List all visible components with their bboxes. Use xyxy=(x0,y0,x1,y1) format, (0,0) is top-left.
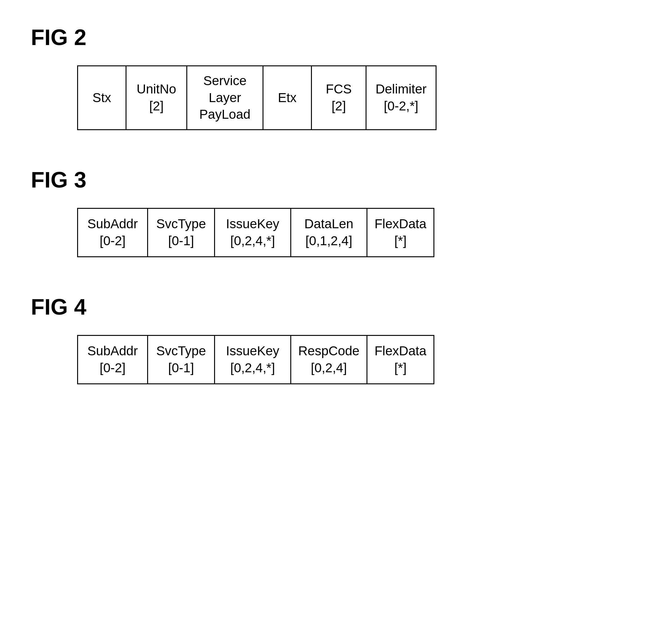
cell-delimiter: Delimiter [0-2,*] xyxy=(365,66,437,130)
cell-fig4-issuekey: IssueKey [0,2,4,*] xyxy=(214,335,291,384)
cell-fig4-flexdata: FlexData [*] xyxy=(366,335,434,384)
figure-2-diagram: Stx UnitNo [2] ServiceLayerPayLoad Etx F… xyxy=(77,66,615,130)
cell-fig3-svctype-line2: [0-1] xyxy=(168,233,194,249)
cell-fig3-issuekey: IssueKey [0,2,4,*] xyxy=(214,208,291,257)
cell-unitno-line1: UnitNo xyxy=(137,81,176,98)
figure-4-title: FIG 4 xyxy=(31,294,615,320)
cell-fig3-datalen-line2: [0,1,2,4] xyxy=(305,233,352,249)
cell-fig4-issuekey-line1: IssueKey xyxy=(226,343,280,360)
cell-fig3-issuekey-line2: [0,2,4,*] xyxy=(230,233,275,249)
cell-fig4-flexdata-line1: FlexData xyxy=(374,343,426,360)
cell-fig3-subaddr-line1: SubAddr xyxy=(87,216,137,233)
cell-delimiter-line1: Delimiter xyxy=(375,81,427,98)
cell-fig4-respcode: RespCode [0,2,4] xyxy=(290,335,367,384)
cell-etx: Etx xyxy=(262,66,312,130)
cell-fig3-subaddr-line2: [0-2] xyxy=(100,233,126,249)
cell-fcs-line1: FCS xyxy=(326,81,352,98)
cell-stx-text: Stx xyxy=(93,90,111,106)
figure-3-title: FIG 3 xyxy=(31,167,615,193)
cell-unitno: UnitNo [2] xyxy=(126,66,187,130)
cell-fig3-flexdata-line1: FlexData xyxy=(374,216,426,233)
cell-fig4-flexdata-line2: [*] xyxy=(394,360,407,377)
cell-fig4-svctype-line2: [0-1] xyxy=(168,360,194,377)
cell-fig4-subaddr-line2: [0-2] xyxy=(100,360,126,377)
cell-service-layer-payload: ServiceLayerPayLoad xyxy=(186,66,263,130)
figure-4-diagram: SubAddr [0-2] SvcType [0-1] IssueKey [0,… xyxy=(77,335,615,384)
figure-2: FIG 2 Stx UnitNo [2] ServiceLayerPayLoad… xyxy=(31,25,615,130)
cell-fig4-respcode-line1: RespCode xyxy=(298,343,359,360)
cell-fcs-line2: [2] xyxy=(332,98,346,115)
cell-fig3-datalen-line1: DataLen xyxy=(305,216,353,233)
figure-2-title: FIG 2 xyxy=(31,25,615,50)
cell-etx-text: Etx xyxy=(278,90,297,106)
cell-fig4-svctype: SvcType [0-1] xyxy=(147,335,215,384)
cell-delimiter-line2: [0-2,*] xyxy=(384,98,418,115)
cell-fig4-svctype-line1: SvcType xyxy=(156,343,206,360)
cell-fig4-subaddr-line1: SubAddr xyxy=(87,343,137,360)
cell-unitno-line2: [2] xyxy=(149,98,164,115)
cell-fig3-subaddr: SubAddr [0-2] xyxy=(77,208,148,257)
cell-fig3-svctype: SvcType [0-1] xyxy=(147,208,215,257)
figure-3-diagram: SubAddr [0-2] SvcType [0-1] IssueKey [0,… xyxy=(77,208,615,257)
cell-service-text: ServiceLayerPayLoad xyxy=(199,73,250,123)
figure-3: FIG 3 SubAddr [0-2] SvcType [0-1] IssueK… xyxy=(31,167,615,257)
cell-fig4-subaddr: SubAddr [0-2] xyxy=(77,335,148,384)
cell-fig3-datalen: DataLen [0,1,2,4] xyxy=(290,208,367,257)
cell-fig4-issuekey-line2: [0,2,4,*] xyxy=(230,360,275,377)
cell-fig3-flexdata: FlexData [*] xyxy=(366,208,434,257)
cell-fig3-issuekey-line1: IssueKey xyxy=(226,216,280,233)
cell-fig3-svctype-line1: SvcType xyxy=(156,216,206,233)
cell-fig3-flexdata-line2: [*] xyxy=(394,233,407,249)
figure-4: FIG 4 SubAddr [0-2] SvcType [0-1] IssueK… xyxy=(31,294,615,384)
cell-fig4-respcode-line2: [0,2,4] xyxy=(311,360,347,377)
cell-stx: Stx xyxy=(77,66,126,130)
cell-fcs: FCS [2] xyxy=(311,66,366,130)
